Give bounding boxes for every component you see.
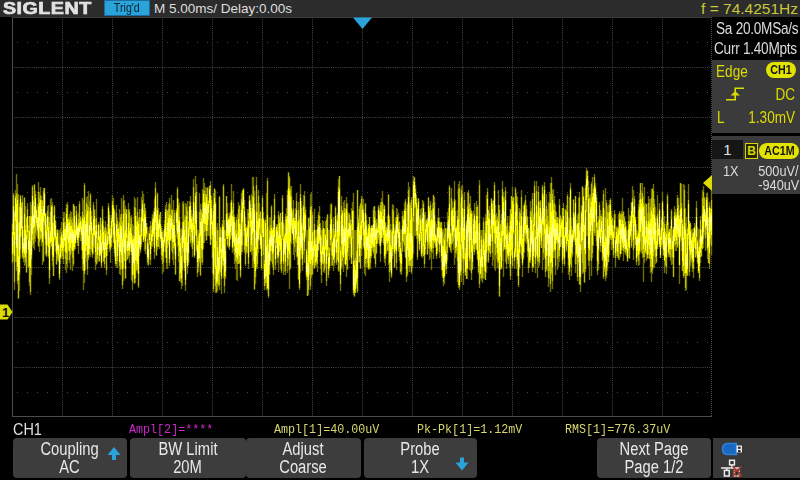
svg-text:1: 1 [2,305,9,320]
